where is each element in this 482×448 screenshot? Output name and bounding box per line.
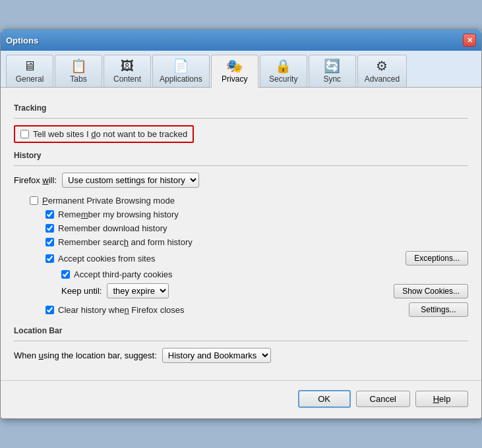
permanent-private-row: Permanent Private Browsing mode xyxy=(30,196,468,206)
tab-tabs[interactable]: 📋 Tabs xyxy=(55,55,102,87)
firefox-will-label: Firefox will: xyxy=(14,175,57,185)
tab-sync[interactable]: 🔄 Sync xyxy=(309,55,356,87)
privacy-icon: 🎭 xyxy=(226,59,243,72)
clear-history-row: Clear history when Firefox closes Settin… xyxy=(14,302,468,317)
remember-download-label: Remember download history xyxy=(58,223,167,233)
content-area: Tracking Tell web sites I do not want to… xyxy=(1,88,481,374)
history-dropdown[interactable]: Use custom settings for history xyxy=(62,173,199,188)
ok-button[interactable]: OK xyxy=(298,390,351,408)
keep-until-row: Keep until: they expire Show Cookies... xyxy=(14,283,468,298)
third-party-row: Accept third-party cookies xyxy=(61,269,468,279)
tracking-label: Tell web sites I do not want to be track… xyxy=(33,129,187,139)
tab-advanced[interactable]: ⚙ Advanced xyxy=(357,55,407,87)
history-section: History Firefox will: Use custom setting… xyxy=(14,151,468,317)
clear-history-checkbox[interactable] xyxy=(45,306,54,314)
tab-privacy[interactable]: 🎭 Privacy xyxy=(211,55,258,88)
suggest-label: When using the location bar, suggest: xyxy=(14,350,157,360)
tabs-row: 🖥 General 📋 Tabs 🖼 Content 📄 Application… xyxy=(1,51,481,88)
content-icon: 🖼 xyxy=(121,59,134,72)
show-cookies-button[interactable]: Show Cookies... xyxy=(394,284,468,298)
keep-until-left: Keep until: they expire xyxy=(61,283,169,298)
tracking-box: Tell web sites I do not want to be track… xyxy=(14,125,194,143)
third-party-checkbox[interactable] xyxy=(61,270,70,279)
tab-applications-label: Applications xyxy=(160,74,202,84)
remember-download-row: Remember download history xyxy=(45,223,468,233)
tab-tabs-label: Tabs xyxy=(70,74,86,84)
suggest-dropdown[interactable]: History and Bookmarks xyxy=(162,348,271,363)
tab-content[interactable]: 🖼 Content xyxy=(104,55,151,87)
location-bar-section: Location Bar When using the location bar… xyxy=(14,326,468,363)
tracking-checkbox[interactable] xyxy=(20,130,29,138)
accept-cookies-label: Accept cookies from sites xyxy=(58,254,155,264)
third-party-label: Accept third-party cookies xyxy=(74,269,173,279)
clear-history-left: Clear history when Firefox closes xyxy=(45,305,184,315)
remember-download-checkbox[interactable] xyxy=(45,224,54,233)
remember-search-row: Remember search and form history xyxy=(45,237,468,247)
tab-advanced-label: Advanced xyxy=(365,74,400,84)
remember-search-label: Remember search and form history xyxy=(58,237,193,247)
tab-general-label: General xyxy=(16,74,44,84)
general-icon: 🖥 xyxy=(23,59,36,72)
location-bar-divider xyxy=(14,341,468,341)
permanent-private-label: Permanent Private Browsing mode xyxy=(42,196,175,206)
history-divider xyxy=(14,165,468,166)
settings-button[interactable]: Settings... xyxy=(409,302,468,317)
tab-content-label: Content xyxy=(113,74,141,84)
location-row: When using the location bar, suggest: Hi… xyxy=(14,348,468,363)
keep-until-dropdown[interactable]: they expire xyxy=(107,283,169,298)
firefox-will-row: Firefox will: Use custom settings for hi… xyxy=(14,173,468,188)
tab-sync-label: Sync xyxy=(323,74,341,84)
sync-icon: 🔄 xyxy=(324,59,340,72)
tab-security[interactable]: 🔒 Security xyxy=(260,55,307,87)
close-button[interactable]: ✕ xyxy=(463,34,476,47)
tracking-section: Tracking Tell web sites I do not want to… xyxy=(14,103,468,146)
accept-cookies-checkbox[interactable] xyxy=(45,254,54,263)
tab-general[interactable]: 🖥 General xyxy=(6,55,53,87)
help-button[interactable]: Help xyxy=(415,391,468,407)
security-icon: 🔒 xyxy=(275,59,291,72)
location-bar-label: Location Bar xyxy=(14,326,468,335)
clear-history-label: Clear history when Firefox closes xyxy=(58,305,184,315)
cancel-button[interactable]: Cancel xyxy=(356,391,410,407)
history-section-label: History xyxy=(14,151,468,160)
applications-icon: 📄 xyxy=(173,59,189,72)
remember-browsing-row: Remember my browsing history xyxy=(45,210,468,219)
remember-search-checkbox[interactable] xyxy=(45,238,54,246)
remember-browsing-label: Remember my browsing history xyxy=(58,210,179,219)
tracking-divider xyxy=(14,118,468,119)
accept-cookies-row: Accept cookies from sites Exceptions... xyxy=(14,251,468,266)
exceptions-button[interactable]: Exceptions... xyxy=(406,251,468,266)
advanced-icon: ⚙ xyxy=(376,59,388,72)
window-title: Options xyxy=(6,36,38,45)
accept-cookies-left: Accept cookies from sites xyxy=(45,254,155,264)
tab-privacy-label: Privacy xyxy=(222,74,247,84)
titlebar: Options ✕ xyxy=(1,30,481,51)
tab-applications[interactable]: 📄 Applications xyxy=(152,55,210,87)
tab-security-label: Security xyxy=(269,74,297,84)
tabs-icon: 📋 xyxy=(71,59,87,72)
options-window: Options ✕ 🖥 General 📋 Tabs 🖼 Content 📄 A… xyxy=(0,29,482,419)
footer: OK Cancel Help xyxy=(1,380,481,418)
keep-until-label: Keep until: xyxy=(61,286,102,296)
remember-browsing-checkbox[interactable] xyxy=(45,210,54,219)
permanent-private-checkbox[interactable] xyxy=(30,196,38,205)
tracking-section-label: Tracking xyxy=(14,103,468,113)
